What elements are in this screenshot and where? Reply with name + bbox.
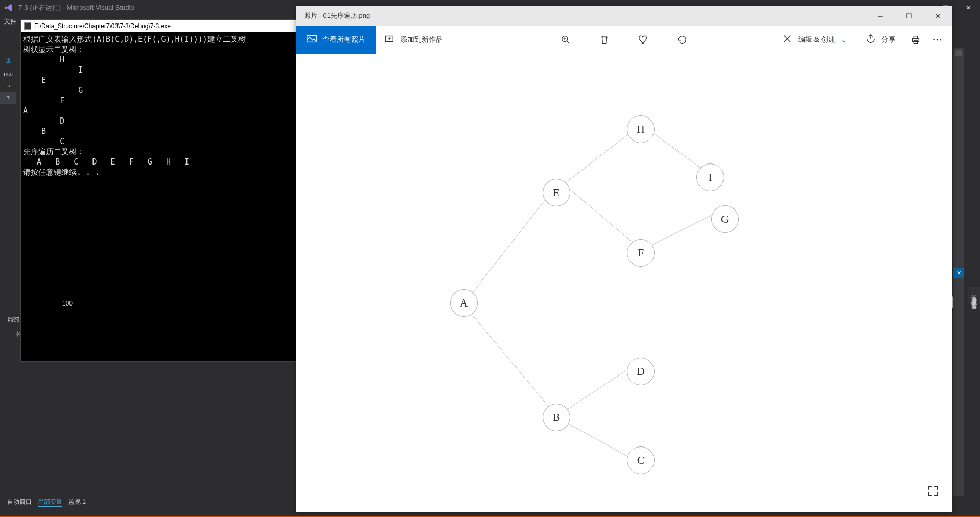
console-app-icon <box>24 22 31 30</box>
photos-titlebar[interactable]: 照片 - 01先序遍历.png ─ ☐ ✕ <box>296 6 952 26</box>
tree-node-C: C <box>627 447 655 474</box>
photos-maximize-button[interactable]: ☐ <box>895 6 923 26</box>
share-icon <box>865 33 876 46</box>
vs-left-item-1[interactable]: 进 <box>0 54 16 67</box>
tree-node-F: F <box>627 239 655 267</box>
photos-center-icons <box>560 34 688 45</box>
share-button[interactable]: 分享 <box>861 26 900 54</box>
vs-right-panels: 解决方案资源管理器 团队资源管理器 持续 <box>964 9 980 510</box>
more-icon[interactable] <box>931 34 943 45</box>
vs-locals-title: 局部 <box>7 316 19 324</box>
tree-node-D: D <box>627 358 655 385</box>
vs-logo-icon <box>4 3 13 12</box>
vs-panel-solution-explorer[interactable]: 解决方案资源管理器 <box>968 287 980 304</box>
photos-close-button[interactable]: ✕ <box>923 6 952 26</box>
edit-create-button[interactable]: 编辑 & 创建 ⌄ <box>778 26 851 54</box>
tree-node-A: A <box>450 289 478 317</box>
tree-node-G: G <box>711 205 739 233</box>
tree-node-B: B <box>543 404 570 431</box>
tree-node-H: H <box>627 115 655 143</box>
photos-window: 照片 - 01先序遍历.png ─ ☐ ✕ 查看所有照片 添加到新作品 <box>296 6 952 512</box>
vs-panel-close-button[interactable]: ✕ <box>953 268 964 278</box>
add-to-icon <box>384 33 395 46</box>
vs-left-toolbar: 进 mai ➜ 7 <box>0 28 16 386</box>
vs-locals-name-column: 名 <box>15 330 21 338</box>
svg-point-12 <box>937 39 938 40</box>
view-all-photos-label: 查看所有照片 <box>322 35 365 44</box>
vs-scrollbar-vertical[interactable]: ✕ <box>953 48 964 517</box>
svg-rect-9 <box>914 36 917 38</box>
svg-point-11 <box>933 39 935 40</box>
console-output: 根据广义表输入形式(A(B(C,D),E(F(,G),H(I))))建立二叉树 … <box>21 32 298 179</box>
photos-window-controls: ─ ☐ ✕ <box>866 6 952 26</box>
svg-line-15 <box>467 309 551 410</box>
console-window: F:\Data_Structure\Chapter7\03\7-3\Debug\… <box>20 19 299 362</box>
svg-line-18 <box>565 185 631 241</box>
tab-locals[interactable]: 局部变量 <box>38 498 62 507</box>
print-icon[interactable] <box>910 34 921 45</box>
share-label: 分享 <box>881 35 896 44</box>
view-all-photos-button[interactable]: 查看所有照片 <box>296 26 376 54</box>
tree-node-E: E <box>543 179 570 206</box>
photos-collection-icon <box>306 33 317 46</box>
expand-fullscreen-icon[interactable] <box>926 484 940 500</box>
tree-edges-svg <box>296 54 952 512</box>
photos-title: 照片 - 01先序遍历.png <box>304 11 370 20</box>
favorite-icon[interactable] <box>638 34 649 45</box>
add-to-creation-button[interactable]: 添加到新作品 <box>376 26 451 54</box>
vs-left-item-2[interactable]: mai <box>0 67 16 80</box>
svg-line-16 <box>562 420 631 458</box>
delete-icon[interactable] <box>599 34 610 45</box>
vs-menu-file[interactable]: 文件 <box>4 17 16 26</box>
chevron-down-icon: ⌄ <box>841 36 847 44</box>
svg-line-14 <box>468 195 549 298</box>
svg-point-13 <box>940 39 941 40</box>
tab-auto[interactable]: 自动窗口 <box>7 498 32 507</box>
svg-line-19 <box>565 132 632 183</box>
edit-icon <box>782 33 793 46</box>
photos-minimize-button[interactable]: ─ <box>866 6 895 26</box>
svg-rect-10 <box>914 40 917 43</box>
vs-zoom-percent: 100 <box>62 300 73 307</box>
svg-line-17 <box>564 367 631 412</box>
console-title: F:\Data_Structure\Chapter7\03\7-3\Debug\… <box>34 22 171 30</box>
svg-line-20 <box>647 214 715 247</box>
zoom-icon[interactable] <box>560 34 571 45</box>
photos-right-controls: 编辑 & 创建 ⌄ 分享 <box>778 26 952 54</box>
photos-toolbar: 查看所有照片 添加到新作品 <box>296 26 952 54</box>
edit-create-label: 编辑 & 创建 <box>798 35 835 44</box>
svg-line-21 <box>650 131 701 168</box>
vs-left-item-arrow[interactable]: ➜ <box>0 80 16 92</box>
console-titlebar[interactable]: F:\Data_Structure\Chapter7\03\7-3\Debug\… <box>21 20 298 32</box>
svg-line-5 <box>567 41 570 43</box>
tree-node-I: I <box>696 163 724 191</box>
tab-watch[interactable]: 监视 1 <box>68 498 86 507</box>
vs-left-item-tab[interactable]: 7 <box>0 92 16 104</box>
photos-canvas[interactable]: A B C D E F G H I <box>296 54 952 512</box>
vs-title: 7-3 (正在运行) - Microsoft Visual Studio <box>18 3 134 12</box>
svg-rect-8 <box>913 38 919 41</box>
add-to-creation-label: 添加到新作品 <box>400 35 443 44</box>
rotate-icon[interactable] <box>676 34 688 45</box>
